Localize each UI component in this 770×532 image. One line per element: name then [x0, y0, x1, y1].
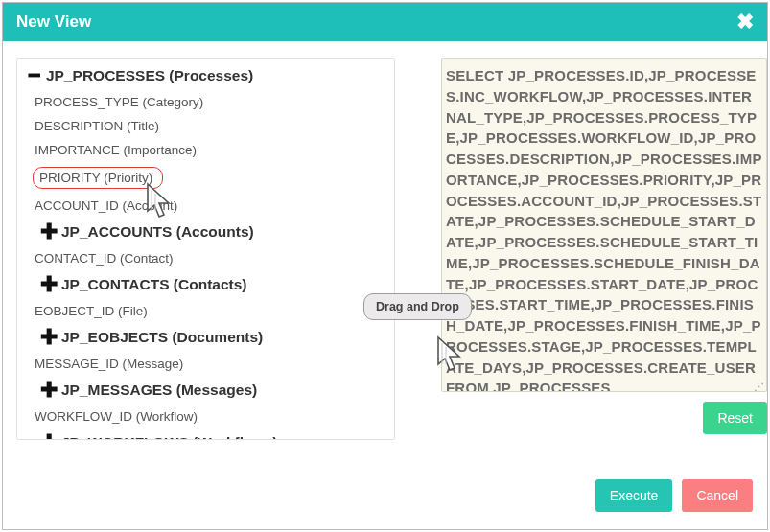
- sql-text: SELECT JP_PROCESSES.ID,JP_PROCESSES.INC_…: [446, 67, 762, 392]
- dialog-footer: Execute Cancel: [595, 479, 753, 512]
- expand-icon[interactable]: ✚: [40, 225, 58, 239]
- tree-item[interactable]: MESSAGE_ID (Message): [21, 352, 394, 376]
- cursor-icon: [434, 335, 473, 378]
- collapse-icon[interactable]: ━: [25, 69, 42, 82]
- dialog-header: New View ✖: [3, 3, 767, 41]
- tree-subgroup[interactable]: ✚ JP_EOBJECTS (Documents): [21, 323, 394, 352]
- tree-item-priority[interactable]: PRIORITY (Priority): [21, 162, 394, 194]
- tree-root-label: JP_PROCESSES (Processes): [46, 67, 253, 84]
- expand-icon[interactable]: ✚: [40, 331, 58, 344]
- tree-subgroup[interactable]: ✚ JP_ACCOUNTS (Accounts): [21, 218, 394, 246]
- tree-item[interactable]: CONTACT_ID (Contact): [21, 246, 394, 270]
- execute-button[interactable]: Execute: [595, 479, 673, 512]
- close-icon[interactable]: ✖: [736, 12, 754, 33]
- tree-root[interactable]: ━ JP_PROCESSES (Processes): [21, 63, 394, 90]
- tree-item[interactable]: IMPORTANCE (Importance): [21, 138, 394, 162]
- tree-subgroup[interactable]: ✚ JP_WORKFLOWS (Workflows): [21, 428, 394, 440]
- tree-item[interactable]: DESCRIPTION (Title): [21, 114, 394, 138]
- drag-tooltip: Drag and Drop: [363, 293, 472, 320]
- expand-icon[interactable]: ✚: [40, 278, 58, 291]
- reset-button[interactable]: Reset: [703, 402, 767, 434]
- cancel-button[interactable]: Cancel: [682, 479, 753, 512]
- tree-subgroup[interactable]: ✚ JP_CONTACTS (Contacts): [21, 270, 394, 299]
- tree-item[interactable]: EOBJECT_ID (File): [21, 299, 394, 323]
- resize-handle-icon[interactable]: ⋰: [754, 385, 764, 391]
- tree-item[interactable]: PROCESS_TYPE (Category): [21, 90, 394, 114]
- tree-item[interactable]: ACCOUNT_ID (Account): [21, 194, 394, 218]
- expand-icon[interactable]: ✚: [40, 383, 58, 397]
- sql-textarea[interactable]: SELECT JP_PROCESSES.ID,JP_PROCESSES.INC_…: [441, 58, 767, 392]
- cursor-icon: [144, 182, 182, 224]
- tree-subgroup[interactable]: ✚ JP_MESSAGES (Messages): [21, 376, 394, 405]
- expand-icon[interactable]: ✚: [40, 436, 58, 440]
- tree-item[interactable]: WORKFLOW_ID (Workflow): [21, 405, 394, 428]
- dialog-title: New View: [16, 12, 91, 32]
- field-tree[interactable]: ━ JP_PROCESSES (Processes) PROCESS_TYPE …: [16, 58, 395, 440]
